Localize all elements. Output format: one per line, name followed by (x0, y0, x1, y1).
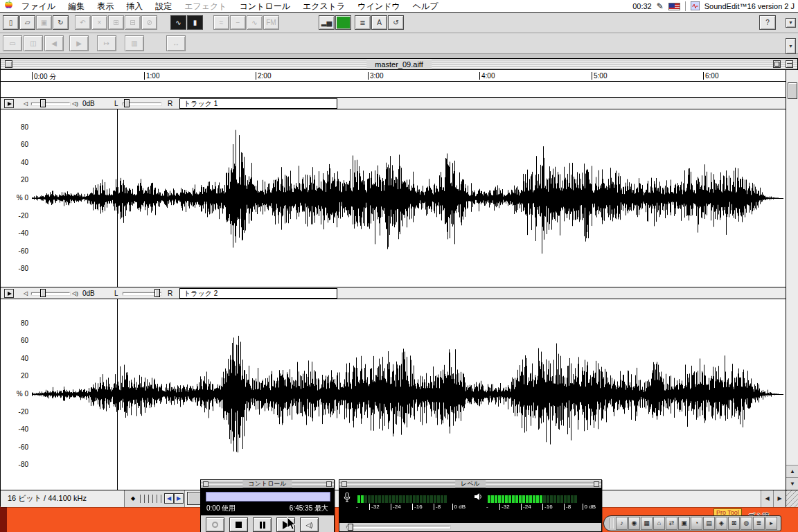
scroll-left-arrow[interactable]: ◀ (761, 490, 773, 507)
menu-bar: ファイル編集表示挿入設定エフェクトコントロールエクストラウインドウヘルプ 00:… (0, 0, 798, 13)
collapse-box[interactable] (786, 60, 793, 68)
track2-play-button[interactable] (4, 289, 14, 298)
zoom-box[interactable] (773, 60, 781, 68)
location-module[interactable]: ⌂ (653, 517, 665, 530)
amplitude-label: -60 (1, 247, 28, 255)
track2-volume-thumb[interactable] (40, 289, 46, 297)
printer-module[interactable]: ▤ (703, 517, 715, 530)
scroll-right-arrow[interactable]: ▶ (773, 490, 786, 507)
energy-module[interactable]: ▣ (678, 517, 690, 530)
pause-button[interactable] (253, 517, 272, 532)
palette-close-box[interactable] (203, 481, 209, 487)
pen-icon[interactable]: ✎ (657, 1, 664, 11)
menu-edit[interactable]: 編集 (62, 0, 91, 12)
control-palette-title-bar[interactable]: コントロール (201, 480, 334, 488)
apple-logo-icon (3, 0, 12, 10)
menu-insert[interactable]: 挿入 (120, 0, 149, 12)
loop-button[interactable]: ↺ (388, 15, 404, 30)
playback-position-display[interactable] (206, 492, 330, 502)
file-sharing-module[interactable]: ⇄ (666, 517, 677, 530)
meter-segment (560, 495, 563, 503)
meter-segment (550, 495, 553, 503)
vertical-scrollbar-thumb[interactable] (788, 82, 797, 99)
meter-segment (444, 495, 447, 503)
level-palette-title: レベル (455, 480, 486, 488)
menu-help[interactable]: ヘルプ (407, 0, 445, 12)
script-button[interactable]: ≣ (355, 15, 371, 30)
help-button[interactable]: ? (759, 15, 776, 30)
meter-segment (385, 495, 388, 503)
cd-module[interactable]: ◉ (628, 517, 640, 530)
sound-in-module[interactable]: ◍ (741, 517, 752, 530)
menubar-clock[interactable]: 00:32 (632, 2, 652, 10)
strip-expand-arrow[interactable]: ▸ (765, 517, 777, 530)
scroll-up-arrow[interactable]: ▲ (786, 465, 798, 477)
application-icon[interactable] (691, 1, 700, 12)
palette-zoom-box[interactable] (594, 481, 599, 487)
control-strip[interactable]: ♪◉▦⌂⇄▣◔▤◈⊠◍≣▸ (603, 515, 781, 531)
close-box[interactable] (5, 60, 12, 68)
toolbar-menu-button[interactable]: ▼ (786, 18, 796, 28)
resize-grip[interactable] (786, 490, 798, 507)
time-ruler[interactable]: 0:00 分1:002:003:004:005:006:00 (1, 70, 786, 82)
track1-waveform[interactable] (32, 109, 783, 287)
menu-control[interactable]: コントロール (233, 0, 296, 12)
zoom-out-button[interactable]: ◀ (164, 493, 174, 504)
revert-button[interactable]: ↻ (53, 15, 69, 30)
track1-volume-slider[interactable] (31, 103, 70, 105)
mail-module[interactable]: ⊠ (728, 517, 740, 530)
track1-volume-thumb[interactable] (40, 99, 46, 107)
apple-menu-icon[interactable] (0, 0, 15, 12)
track2-balance-thumb[interactable] (154, 289, 160, 297)
sonogram-view-button[interactable] (335, 15, 351, 30)
selection-tool-button[interactable]: ∿ (170, 15, 186, 30)
output-volume-thumb[interactable] (348, 524, 353, 531)
clock-module[interactable]: ◔ (691, 517, 702, 530)
output-level-meter (488, 493, 596, 501)
palette-zoom-box[interactable] (326, 481, 332, 487)
zoom-in-button[interactable]: ▶ (174, 493, 184, 504)
stop-button[interactable] (229, 517, 248, 532)
track2-name-field[interactable]: トラック 2 (179, 288, 337, 299)
text-module[interactable]: ≣ (753, 517, 765, 530)
envelope-tool-button[interactable]: ▮ (187, 15, 203, 30)
palette-close-box[interactable] (342, 481, 347, 487)
open-button[interactable]: ▱ (19, 15, 35, 30)
ruler-label: 6:00 (705, 72, 718, 80)
level-palette-title-bar[interactable]: レベル (339, 480, 601, 488)
track2-volume-slider[interactable] (31, 292, 70, 295)
meter-segment (396, 495, 398, 503)
output-volume-slider[interactable] (346, 526, 450, 529)
track2-waveform-area[interactable]: 80604020% 0-20-40-60-80 (1, 299, 786, 490)
track1-balance-thumb[interactable] (124, 99, 130, 107)
menu-view[interactable]: 表示 (91, 0, 120, 12)
new-document-button[interactable]: ▯ (3, 15, 19, 30)
menu-window[interactable]: ウインドウ (351, 0, 406, 12)
audio-volume-module[interactable]: ♪ (616, 517, 628, 530)
appearance-module[interactable]: ◈ (716, 517, 727, 530)
track1-name-field[interactable]: トラック 1 (179, 98, 337, 109)
vertical-scrollbar[interactable]: ▲ ▼ (786, 70, 798, 490)
spectrum-view-button[interactable]: ▂▅ (319, 15, 335, 30)
text-button[interactable]: A (371, 15, 387, 30)
meter-segment (392, 495, 395, 503)
menu-extras[interactable]: エクストラ (296, 0, 351, 12)
meter-segment (427, 495, 429, 503)
control-strip-handle[interactable] (610, 518, 614, 529)
scroll-down-arrow[interactable]: ▼ (786, 477, 798, 490)
menu-settings[interactable]: 設定 (149, 0, 178, 12)
monitors-module[interactable]: ▦ (641, 517, 653, 530)
track1-play-button[interactable] (4, 99, 14, 108)
menu-file[interactable]: ファイル (15, 0, 62, 12)
meter-segment (574, 495, 577, 503)
input-level-meter (357, 493, 466, 501)
application-menu-name[interactable]: SoundEdit™16 version 2 J (704, 2, 795, 10)
output-button[interactable]: ◁) (300, 517, 319, 532)
keyboard-flag-icon[interactable] (668, 3, 680, 10)
track2-waveform[interactable] (32, 299, 783, 490)
ruler-tick (144, 72, 145, 80)
track1-waveform-area[interactable]: 80604020% 0-20-40-60-80 (1, 109, 786, 287)
transport-menu-button[interactable]: ▼ (786, 38, 796, 54)
control-palette: コントロール 0:00 使用 6:45:35 最大 ◁) (200, 479, 335, 532)
document-title-bar[interactable]: master_09.aiff (1, 59, 797, 70)
